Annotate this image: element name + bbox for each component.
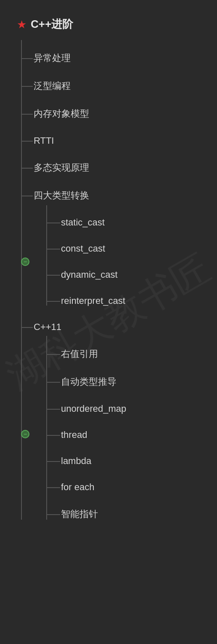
list-item: 四大类型转换 − static_cast const_cast xyxy=(34,182,204,314)
tree-container: ★ C++进阶 异常处理 泛型编程 内存对象模型 RTTI xyxy=(0,8,217,537)
list-item: RTTI xyxy=(34,128,204,154)
tree-item-row: 智能指针 xyxy=(61,500,204,528)
list-item: 泛型编程 xyxy=(34,72,204,100)
tree-item-row: dynamic_cast xyxy=(61,262,204,288)
item-label: 内存对象模型 xyxy=(34,107,89,120)
tree-item-row: for each xyxy=(61,474,204,500)
list-item: 智能指针 xyxy=(61,500,204,528)
list-item: static_cast xyxy=(61,209,204,236)
item-label: 异常处理 xyxy=(34,52,71,64)
item-label: 智能指针 xyxy=(61,508,98,521)
item-label: reinterpret_cast xyxy=(61,295,125,306)
subtree-container: − static_cast const_cast dyna xyxy=(38,209,204,314)
tree-item-row: thread xyxy=(61,422,204,448)
item-label: for each xyxy=(61,482,95,493)
item-label: 自动类型推导 xyxy=(61,376,116,388)
item-label: dynamic_cast xyxy=(61,269,118,280)
list-item: 多态实现原理 xyxy=(34,154,204,182)
collapse-button[interactable]: − xyxy=(21,258,29,266)
collapse-button[interactable]: − xyxy=(21,430,29,438)
item-label: static_cast xyxy=(61,217,105,228)
list-item: unordered_map xyxy=(61,396,204,422)
tree-item-row: 四大类型转换 xyxy=(34,182,204,209)
tree-item-row: 自动类型推导 xyxy=(61,368,204,396)
item-label: RTTI xyxy=(34,135,54,146)
list-item: 异常处理 xyxy=(34,44,204,72)
tree-item-row: 内存对象模型 xyxy=(34,100,204,128)
list-item: 内存对象模型 xyxy=(34,100,204,128)
subtree-container: − 右值引用 自动类型推导 unordered_map xyxy=(38,340,204,528)
tree-level-1: 异常处理 泛型编程 内存对象模型 RTTI 多态实现原理 xyxy=(13,44,204,528)
tree-item-row: 泛型编程 xyxy=(34,72,204,100)
list-item: 右值引用 xyxy=(61,340,204,368)
list-item: lambda xyxy=(61,448,204,474)
list-item: C++11 − 右值引用 自动类型推导 xyxy=(34,314,204,528)
tree-item-row: unordered_map xyxy=(61,396,204,422)
tree-level-2: static_cast const_cast dynamic_cast xyxy=(38,209,204,314)
tree-item-row: reinterpret_cast xyxy=(61,288,204,314)
tree-item-row: RTTI xyxy=(34,128,204,154)
star-icon: ★ xyxy=(17,19,26,30)
item-label: 四大类型转换 xyxy=(34,189,89,202)
tree-item-row: const_cast xyxy=(61,236,204,262)
tree-item-row: 右值引用 xyxy=(61,340,204,368)
item-label: 泛型编程 xyxy=(34,80,71,92)
item-label: unordered_map xyxy=(61,403,126,414)
list-item: const_cast xyxy=(61,236,204,262)
list-item: for each xyxy=(61,474,204,500)
item-label: 多态实现原理 xyxy=(34,161,89,174)
tree-item-row: static_cast xyxy=(61,209,204,236)
item-label: lambda xyxy=(61,456,91,467)
tree-item-row: 异常处理 xyxy=(34,44,204,72)
item-label: 右值引用 xyxy=(61,348,98,360)
list-item: dynamic_cast xyxy=(61,262,204,288)
list-item: thread xyxy=(61,422,204,448)
tree-level-2: 右值引用 自动类型推导 unordered_map xyxy=(38,340,204,528)
item-label: const_cast xyxy=(61,243,105,254)
tree-item-row: C++11 xyxy=(34,314,204,340)
item-label: C++11 xyxy=(34,322,61,333)
item-label: thread xyxy=(61,429,87,440)
tree-item-row: 多态实现原理 xyxy=(34,154,204,182)
root-label: C++进阶 xyxy=(31,17,73,32)
root-node: ★ C++进阶 xyxy=(13,17,204,32)
list-item: reinterpret_cast xyxy=(61,288,204,314)
list-item: 自动类型推导 xyxy=(61,368,204,396)
tree-item-row: lambda xyxy=(61,448,204,474)
